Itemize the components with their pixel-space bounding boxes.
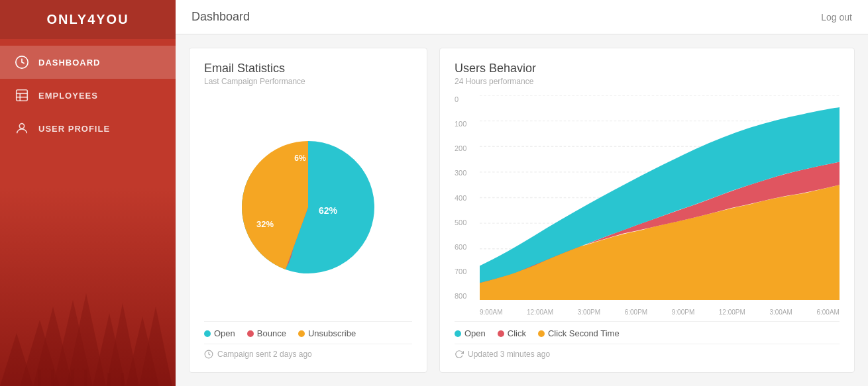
email-stats-title: Email Statistics <box>204 62 412 75</box>
sidebar-item-employees[interactable]: EMPLOYEES <box>0 79 176 112</box>
svg-point-20 <box>19 124 24 128</box>
legend-item-bounce: Bounce <box>247 328 286 338</box>
app-logo: ONLY4YOU <box>0 0 176 39</box>
legend-item-open: Open <box>204 328 235 338</box>
area-chart-svg-container <box>480 95 840 300</box>
pie-chart-area: 62% 32% 6% <box>204 95 412 316</box>
y-axis-labels: 800 700 600 500 400 300 200 100 0 <box>455 95 480 300</box>
dashboard-icon <box>15 55 29 70</box>
legend-dot-open <box>204 330 211 337</box>
email-stats-footer: Campaign sent 2 days ago <box>204 344 412 359</box>
legend-item-click-second: Click Second Time <box>538 328 620 338</box>
legend-dot-bounce <box>247 330 254 337</box>
svg-marker-5 <box>93 313 126 386</box>
logout-button[interactable]: Log out <box>821 12 852 23</box>
svg-rect-12 <box>84 369 87 386</box>
legend-dot-open-b <box>455 330 461 337</box>
refresh-icon <box>455 350 464 359</box>
sidebar-item-dashboard[interactable]: DASHBOARD <box>0 46 176 79</box>
svg-marker-0 <box>20 320 60 386</box>
svg-marker-4 <box>66 293 106 386</box>
email-stats-card: Email Statistics Last Campaign Performan… <box>189 48 427 373</box>
legend-dot-unsubscribe <box>298 330 305 337</box>
user-profile-icon <box>15 121 29 136</box>
area-chart-wrap: 800 700 600 500 400 300 200 100 0 <box>455 95 840 316</box>
content-area: Email Statistics Last Campaign Performan… <box>176 34 868 386</box>
users-behavior-title: Users Behavior <box>455 62 840 75</box>
area-chart-legend: Open Click Click Second Time <box>455 321 840 344</box>
pie-legend: Open Bounce Unsubscribe <box>204 321 412 344</box>
employees-icon <box>15 88 29 103</box>
svg-rect-10 <box>51 369 54 386</box>
users-behavior-subtitle: 24 Hours performance <box>455 77 840 86</box>
page-title: Dashboard <box>191 10 250 24</box>
legend-dot-click-second <box>538 330 545 337</box>
sidebar-gradient <box>0 187 176 386</box>
svg-rect-16 <box>17 90 28 101</box>
sidebar-navigation: DASHBOARD EMPLOYEES USER PROFILE <box>0 46 176 145</box>
svg-marker-8 <box>139 307 172 386</box>
legend-item-unsubscribe: Unsubscribe <box>298 328 356 338</box>
svg-rect-13 <box>107 373 111 386</box>
svg-text:62%: 62% <box>319 205 338 216</box>
svg-marker-1 <box>33 307 73 386</box>
sidebar-item-user-profile[interactable]: USER PROFILE <box>0 112 176 145</box>
svg-text:32%: 32% <box>256 219 274 229</box>
pie-chart: 62% 32% 6% <box>235 134 381 280</box>
svg-rect-11 <box>71 369 74 386</box>
svg-marker-6 <box>106 303 139 386</box>
legend-item-open-behavior: Open <box>455 328 486 338</box>
sidebar: ONLY4YOU <box>0 0 176 386</box>
svg-marker-2 <box>0 333 33 386</box>
svg-text:6%: 6% <box>294 154 306 163</box>
users-behavior-footer: Updated 3 minutes ago <box>455 344 840 359</box>
area-chart <box>480 95 840 300</box>
svg-marker-7 <box>126 316 159 386</box>
sidebar-bg-trees <box>0 240 176 386</box>
users-behavior-card: Users Behavior 24 Hours performance 800 … <box>439 48 855 373</box>
svg-rect-14 <box>121 373 124 386</box>
legend-item-click: Click <box>498 328 526 338</box>
main-content: Dashboard Log out Email Statistics Last … <box>176 0 868 386</box>
topbar: Dashboard Log out <box>176 0 868 34</box>
svg-marker-3 <box>53 300 93 386</box>
email-stats-subtitle: Last Campaign Performance <box>204 77 412 86</box>
svg-rect-9 <box>38 369 41 386</box>
x-axis-labels: 9:00AM 12:00AM 3:00PM 6:00PM 9:00PM 12:0… <box>480 301 840 316</box>
clock-icon <box>204 350 213 359</box>
legend-dot-click <box>498 330 504 337</box>
